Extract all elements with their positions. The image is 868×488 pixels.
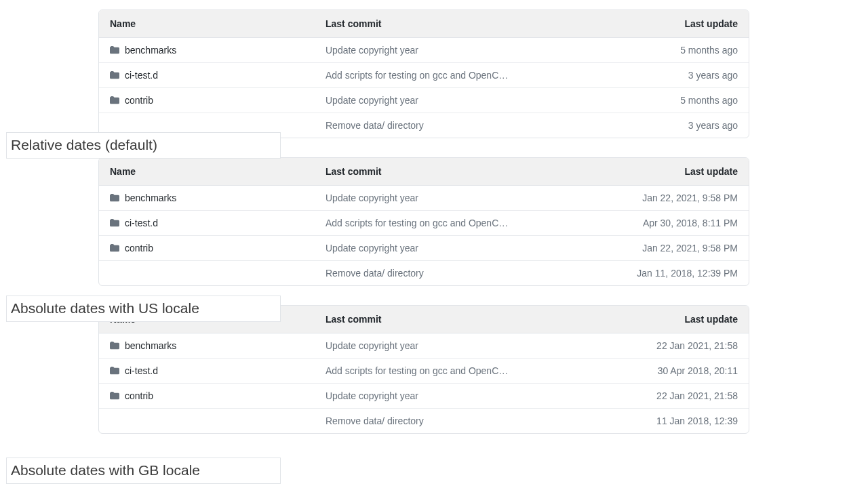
col-header-update: Last update [589,166,738,177]
cell-update: 11 Jan 2018, 12:39 [589,415,738,426]
file-table: NameLast commitLast updatebenchmarksUpda… [98,9,749,138]
cell-name[interactable]: benchmarks [110,340,326,351]
cell-name[interactable] [110,416,326,426]
cell-commit[interactable]: Update copyright year [326,243,589,253]
file-name: ci-test.d [125,70,158,81]
cell-name[interactable]: contrib [110,390,326,401]
folder-icon [110,391,119,401]
cell-name[interactable]: contrib [110,243,326,253]
cell-commit[interactable]: Add scripts for testing on gcc and OpenC… [326,218,589,228]
folder-icon [110,193,119,203]
folder-icon [110,218,119,228]
folder-icon [110,45,119,55]
cell-name[interactable] [110,268,326,278]
cell-update: Jan 11, 2018, 12:39 PM [589,268,738,279]
col-header-commit: Last commit [326,314,589,325]
folder-icon [110,70,119,80]
folder-icon [110,96,119,105]
col-header-update: Last update [589,18,738,29]
table-row[interactable]: ci-test.dAdd scripts for testing on gcc … [99,63,749,88]
cell-commit[interactable]: Update copyright year [326,340,589,351]
table-row[interactable]: contribUpdate copyright yearJan 22, 2021… [99,236,749,261]
file-name: contrib [125,390,153,401]
table-row[interactable]: benchmarksUpdate copyright yearJan 22, 2… [99,186,749,211]
folder-icon [110,243,119,253]
file-name: contrib [125,95,153,106]
cell-commit[interactable]: Remove data/ directory [326,268,589,279]
col-header-commit: Last commit [326,18,589,29]
file-name: benchmarks [125,340,176,351]
cell-commit[interactable]: Update copyright year [326,45,589,56]
cell-update: 30 Apr 2018, 20:11 [589,365,738,376]
table-row[interactable]: Remove data/ directory11 Jan 2018, 12:39 [99,409,749,433]
col-header-name: Name [110,18,326,29]
table-row[interactable]: contribUpdate copyright year5 months ago [99,88,749,113]
cell-name[interactable]: ci-test.d [110,70,326,81]
cell-commit[interactable]: Add scripts for testing on gcc and OpenC… [326,365,589,376]
caption-label: Absolute dates with US locale [6,296,281,322]
table-row[interactable]: benchmarksUpdate copyright year22 Jan 20… [99,333,749,359]
cell-update: 5 months ago [589,45,738,56]
cell-name[interactable]: benchmarks [110,192,326,203]
file-name: contrib [125,243,153,253]
cell-update: Apr 30, 2018, 8:11 PM [589,218,738,228]
file-name: ci-test.d [125,218,158,228]
cell-commit[interactable]: Update copyright year [326,95,589,106]
cell-commit[interactable]: Remove data/ directory [326,415,589,426]
col-header-name: Name [110,166,326,177]
table-row[interactable]: contribUpdate copyright year22 Jan 2021,… [99,384,749,409]
cell-update: 3 years ago [589,70,738,81]
caption-label: Relative dates (default) [6,132,281,159]
cell-update: 3 years ago [589,120,738,131]
file-name: ci-test.d [125,365,158,376]
cell-update: 22 Jan 2021, 21:58 [589,390,738,401]
cell-name[interactable]: ci-test.d [110,365,326,376]
cell-name[interactable]: benchmarks [110,45,326,56]
caption-label: Absolute dates with GB locale [6,458,281,484]
cell-name[interactable]: ci-test.d [110,218,326,228]
cell-commit[interactable]: Update copyright year [326,390,589,401]
col-header-update: Last update [589,314,738,325]
table-row[interactable]: Remove data/ directoryJan 11, 2018, 12:3… [99,261,749,285]
cell-commit[interactable]: Update copyright year [326,192,589,203]
table-header: NameLast commitLast update [99,10,749,38]
file-table: NameLast commitLast updatebenchmarksUpda… [98,157,749,286]
cell-name[interactable] [110,121,326,130]
folder-icon [110,366,119,375]
col-header-commit: Last commit [326,166,589,177]
file-name: benchmarks [125,192,176,203]
table-row[interactable]: ci-test.dAdd scripts for testing on gcc … [99,211,749,236]
cell-commit[interactable]: Remove data/ directory [326,120,589,131]
file-name: benchmarks [125,45,176,56]
cell-update: 5 months ago [589,95,738,106]
table-row[interactable]: ci-test.dAdd scripts for testing on gcc … [99,359,749,384]
cell-commit[interactable]: Add scripts for testing on gcc and OpenC… [326,70,589,81]
file-table: NameLast commitLast updatebenchmarksUpda… [98,305,749,434]
cell-name[interactable]: contrib [110,95,326,106]
cell-update: Jan 22, 2021, 9:58 PM [589,192,738,203]
cell-update: Jan 22, 2021, 9:58 PM [589,243,738,253]
folder-icon [110,341,119,350]
cell-update: 22 Jan 2021, 21:58 [589,340,738,351]
table-row[interactable]: benchmarksUpdate copyright year5 months … [99,38,749,63]
table-header: NameLast commitLast update [99,158,749,186]
